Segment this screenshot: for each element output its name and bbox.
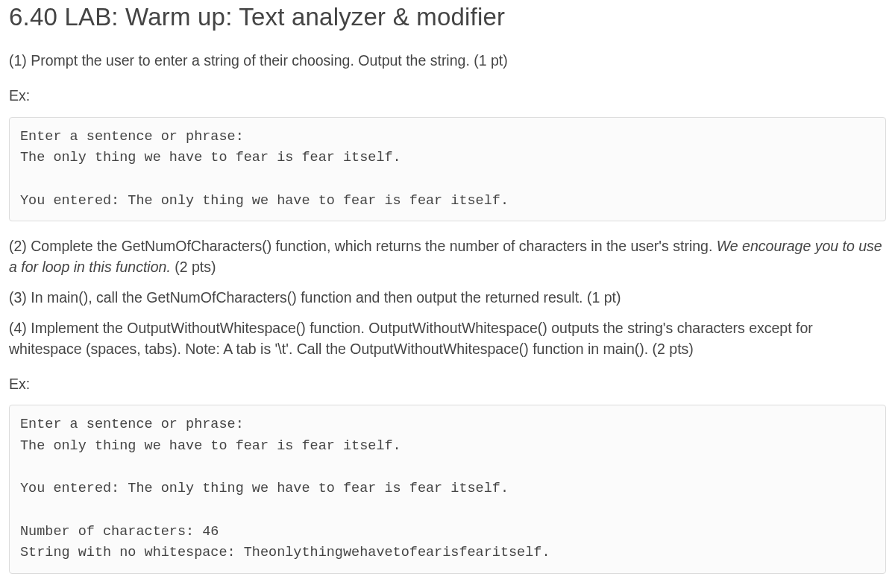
step-2-text: (2) Complete the GetNumOfCharacters() fu… bbox=[9, 236, 886, 277]
example-1-code: Enter a sentence or phrase: The only thi… bbox=[9, 117, 886, 222]
step-2-text-a: (2) Complete the GetNumOfCharacters() fu… bbox=[9, 238, 717, 254]
step-2-text-b: (2 pts) bbox=[171, 259, 216, 275]
step-1-text: (1) Prompt the user to enter a string of… bbox=[9, 51, 886, 71]
step-4-text: (4) Implement the OutputWithoutWhitespac… bbox=[9, 318, 886, 359]
page-title: 6.40 LAB: Warm up: Text analyzer & modif… bbox=[9, 0, 886, 34]
step-3-text: (3) In main(), call the GetNumOfCharacte… bbox=[9, 288, 886, 308]
example-2-code: Enter a sentence or phrase: The only thi… bbox=[9, 405, 886, 574]
example-1-label: Ex: bbox=[9, 86, 886, 106]
example-2-label: Ex: bbox=[9, 374, 886, 394]
